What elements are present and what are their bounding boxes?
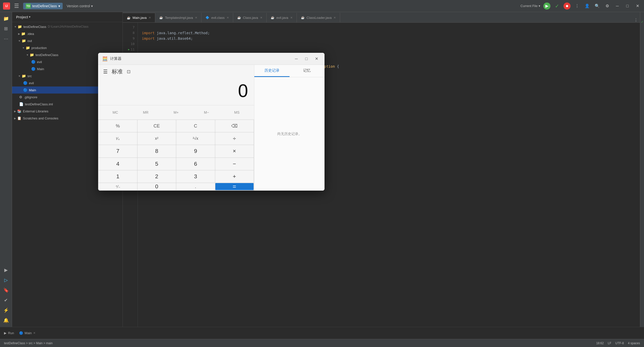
stop-button[interactable]: ■ — [564, 3, 571, 10]
calc-negate-btn[interactable]: ⁺∕₋ — [99, 183, 137, 190]
calc-9-btn[interactable]: 9 — [176, 145, 215, 157]
file-icon: ⚙ — [19, 95, 22, 99]
folder-icon: 📁 — [26, 46, 30, 50]
maximize-icon[interactable]: □ — [624, 3, 631, 10]
calc-square-btn[interactable]: x² — [138, 133, 176, 145]
calc-8-btn[interactable]: 8 — [138, 145, 176, 157]
tab-evil-java[interactable]: ☕ evil.java ✕ — [267, 13, 297, 22]
hamburger-menu[interactable]: ☰ — [14, 3, 19, 9]
calc-menu-icon[interactable]: ☰ — [103, 69, 108, 75]
current-file-selector[interactable]: Current File ▾ — [520, 4, 540, 8]
calc-1-btn[interactable]: 1 — [99, 170, 137, 183]
position-indicator[interactable]: 18:62 — [596, 341, 604, 345]
tab-overflow-icon[interactable]: ⋮ — [634, 18, 638, 22]
memory-mc-btn[interactable]: MC — [100, 106, 131, 118]
calc-4-btn[interactable]: 4 — [99, 158, 137, 170]
tree-item-root[interactable]: ▼ 📁 testDefineClass D:\LearnJAVA\testDef… — [12, 23, 123, 30]
tree-item-production[interactable]: ▼ 📁 production — [12, 44, 123, 51]
encoding-indicator[interactable]: UTF-8 — [615, 341, 624, 345]
commit-icon[interactable]: ✓ — [553, 3, 560, 10]
tab-classloader[interactable]: ☕ ClassLoader.java ✕ — [297, 13, 340, 22]
more-tools-icon[interactable]: ⋯ — [2, 34, 11, 43]
files-icon[interactable]: 📁 — [2, 14, 11, 23]
calc-reciprocal-btn[interactable]: ¹⁄ₓ — [99, 133, 137, 145]
tree-arrow: ▼ — [14, 25, 17, 28]
indent-indicator[interactable]: 4 spaces — [628, 341, 640, 345]
calc-percent-btn[interactable]: % — [99, 120, 137, 132]
terminal-icon[interactable]: ⚡ — [2, 306, 11, 315]
search-icon[interactable]: 🔍 — [594, 3, 601, 10]
memory-mplus-btn[interactable]: M+ — [161, 106, 191, 118]
main-close-icon[interactable]: ✕ — [33, 331, 35, 335]
calc-memory-tab[interactable]: 记忆 — [290, 65, 325, 77]
memory-mr-btn[interactable]: MR — [131, 106, 161, 118]
line-ending-indicator[interactable]: LF — [608, 341, 611, 345]
debug-sidebar-icon[interactable]: ▷ — [2, 276, 11, 285]
calc-decimal-btn[interactable]: . — [176, 183, 215, 190]
tab-class-java[interactable]: ☕ Class.java ✕ — [233, 13, 267, 22]
java-icon: 🔵 — [31, 67, 35, 71]
calc-mode-icon[interactable]: ⊡ — [127, 69, 131, 74]
calc-backspace-btn[interactable]: ⌫ — [215, 120, 254, 132]
bottom-bar: testDefineClass > src > Main > main 18:6… — [0, 339, 644, 347]
calc-history-tab[interactable]: 历史记录 — [254, 65, 290, 77]
more-options-icon[interactable]: ⋮ — [574, 3, 581, 10]
main-tool-btn[interactable]: 🔵 Main ✕ — [19, 331, 35, 335]
calc-ce-btn[interactable]: CE — [138, 120, 176, 132]
settings-icon[interactable]: ⚙ — [604, 3, 611, 10]
close-ide-icon[interactable]: ✕ — [634, 3, 641, 10]
memory-ms-btn[interactable]: MS — [222, 106, 252, 118]
calc-plus-btn[interactable]: + — [215, 170, 254, 183]
calc-app-icon: 🧮 — [102, 56, 108, 62]
calc-sqrt-btn[interactable]: ²√x — [176, 133, 215, 145]
calc-divide-btn[interactable]: ÷ — [215, 133, 254, 145]
class-tab-icon: 🔷 — [206, 16, 209, 19]
calc-0-btn[interactable]: 0 — [138, 183, 176, 190]
calc-equals-btn[interactable]: = — [215, 183, 254, 190]
calc-minus-btn[interactable]: − — [215, 158, 254, 170]
minimize-icon[interactable]: ─ — [614, 3, 621, 10]
calc-3-btn[interactable]: 3 — [176, 170, 215, 183]
calc-maximize-btn[interactable]: □ — [302, 55, 310, 63]
tree-arrow: ▶ — [14, 110, 16, 113]
tab-evil-class[interactable]: 🔷 evil.class ✕ — [202, 13, 233, 22]
project-selector[interactable]: TD testDefineClass ▾ — [23, 3, 63, 9]
tab-templatesimpl[interactable]: ☕ TemplatesImpl.java ✕ — [155, 13, 202, 22]
memory-mminus-btn[interactable]: M− — [191, 106, 222, 118]
tree-item-out[interactable]: ▼ 📁 out — [12, 37, 123, 44]
tab-close[interactable]: ✕ — [195, 16, 197, 19]
calc-main-panel: ☰ 标准 ⊡ 0 MC MR M+ M− MS % CE C — [98, 65, 254, 191]
calculator-window: 🧮 计算器 ─ □ ✕ ☰ 标准 ⊡ 0 MC MR M+ M− — [98, 53, 325, 191]
calc-5-btn[interactable]: 5 — [138, 158, 176, 170]
tree-item-idea[interactable]: ▶ 📁 .idea — [12, 30, 123, 37]
calc-minimize-btn[interactable]: ─ — [292, 55, 300, 63]
calc-title-text: 计算器 — [110, 56, 122, 61]
tab-close[interactable]: ✕ — [227, 16, 229, 19]
structure-icon[interactable]: ⊞ — [2, 24, 11, 33]
todo-icon[interactable]: ✔ — [2, 296, 11, 305]
right-panel: ✓ — [640, 12, 644, 327]
java-icon: 🔵 — [31, 60, 35, 64]
folder-icon: 📁 — [21, 32, 25, 36]
run-tool-btn[interactable]: ▶ Run — [4, 331, 14, 335]
run-tool-icon: ▶ — [4, 331, 7, 335]
calc-close-btn[interactable]: ✕ — [312, 55, 320, 63]
java-tab-icon: ☕ — [159, 16, 163, 19]
calc-6-btn[interactable]: 6 — [176, 158, 215, 170]
run-sidebar-icon[interactable]: ▶ — [2, 266, 11, 275]
app-logo: IJ — [3, 3, 10, 10]
run-button[interactable]: ▶ — [543, 3, 550, 10]
calc-clear-btn[interactable]: C — [176, 120, 215, 132]
calc-2-btn[interactable]: 2 — [138, 170, 176, 183]
tab-close[interactable]: ✕ — [334, 16, 336, 19]
bookmark-icon[interactable]: 🔖 — [2, 286, 11, 295]
tab-close[interactable]: ✕ — [149, 16, 151, 19]
calc-multiply-btn[interactable]: × — [215, 145, 254, 157]
calc-7-btn[interactable]: 7 — [99, 145, 137, 157]
tab-close[interactable]: ✕ — [260, 16, 262, 19]
vcs-selector[interactable]: Version control ▾ — [67, 4, 93, 8]
tab-main-java[interactable]: ☕ Main.java ✕ — [123, 13, 155, 22]
tab-close[interactable]: ✕ — [290, 16, 293, 19]
profile-icon[interactable]: 👤 — [584, 3, 591, 10]
notifications-icon[interactable]: 🔔 — [2, 316, 11, 325]
